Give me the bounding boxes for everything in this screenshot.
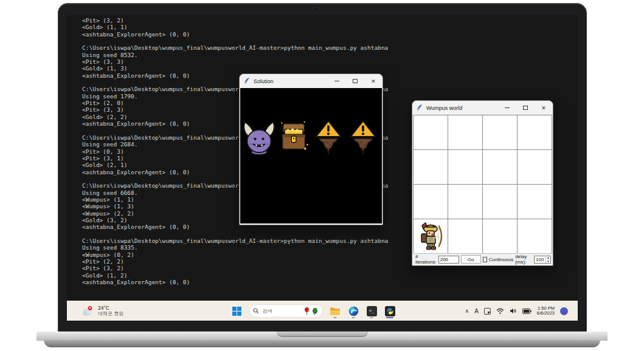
system-tray: ∧ A 1:50 PM [465,306,568,316]
python-app-icon[interactable] [383,304,396,318]
tray-date: 6/6/2023 [537,311,555,316]
solution-window[interactable]: Solution ✕ [239,73,383,225]
grid-cell [414,185,448,219]
pit-rock-sprite [311,118,345,158]
spinner-arrows-icon[interactable]: ▲▼ [545,256,550,263]
close-icon[interactable]: ✕ [535,101,553,115]
terminal-line: <Pit> (3, 2) [82,265,578,271]
start-button[interactable] [230,305,243,317]
desktop-screen: <Pit> (3, 2)<Gold> (1, 1)<ashtabna_Explo… [67,15,578,321]
python-tk-icon [417,104,423,111]
gold-chest-sprite [277,118,311,158]
weather-temperature: 24°C [98,305,123,311]
laptop-mockup: <Pit> (3, 2)<Gold> (1, 1)<ashtabna_Explo… [0,0,644,351]
maximize-icon[interactable] [516,101,535,115]
terminal-line: <Gold> (1, 1) [82,24,578,30]
python-tk-icon [244,78,250,84]
solution-window-title: Solution [254,78,274,84]
terminal-line: <Pit> (3, 3) [82,58,578,65]
ime-toolbar-icon[interactable] [484,308,491,315]
grid-cell [518,185,552,219]
grid-cell [414,115,448,150]
terminal-glyph: >_ [367,306,377,316]
taskbar: 24°C 대체로 흐림 [67,301,578,321]
python-glyph [385,306,395,316]
weather-condition: 대체로 흐림 [98,311,123,317]
solution-titlebar[interactable]: Solution ✕ [240,74,383,88]
windows-logo-icon [232,307,241,316]
search-icon [253,308,259,314]
wumpus-controls: # iterations: Go Continuous delay (ms): … [413,253,552,265]
minimize-icon[interactable] [498,101,516,115]
grid-cell [518,219,552,254]
grid-cell [518,115,552,150]
terminal-line: <Gold> (1, 3) [82,65,578,72]
tray-clock[interactable]: 1:50 PM 6/6/2023 [537,306,555,316]
grid-cell [414,150,448,185]
search-input[interactable] [262,308,297,314]
hidden-icons-chevron[interactable]: ∧ [465,308,469,314]
wifi-icon[interactable] [496,308,504,314]
terminal-line: Using seed 8532. [82,52,578,58]
grid-cell [448,115,483,150]
grid-cell [448,219,483,254]
terminal-line [82,38,578,44]
iterations-input[interactable] [438,256,459,264]
grid-cell [414,219,448,254]
wumpus-monster-sprite [242,118,276,158]
grid-cell [518,150,552,185]
file-explorer-icon[interactable] [328,304,342,318]
speaker-icon[interactable] [510,308,517,314]
command-prompt-icon[interactable]: >_ [365,304,378,318]
terminal-line: <ashtabna_ExplorerAgent> (0, 0) [82,31,578,38]
laptop-base-notch [277,332,368,337]
taskbar-search[interactable] [249,304,323,318]
solution-canvas [240,88,382,223]
grid-cell [448,150,483,185]
terminal-line: <ashtabna_ExplorerAgent> (0, 0) [82,279,578,285]
laptop-base-bottom [44,340,600,347]
wumpus-window-title: Wumpus world [426,105,462,111]
archer-agent-sprite [416,222,446,251]
continuous-checkbox[interactable] [483,257,487,262]
bird-icon [311,307,319,315]
wumpus-titlebar[interactable]: Wumpus world ✕ [412,101,553,115]
minimize-icon[interactable] [328,74,346,88]
grid-cell [483,185,518,219]
terminal-line: <Pit> (3, 2) [82,17,578,24]
delay-label: delay (ms): [515,254,532,265]
search-decoration-icons [303,307,319,315]
notification-badge[interactable] [560,307,568,315]
terminal-line: <Gold> (1, 2) [82,272,578,279]
delay-spinbox[interactable]: 100 ▲▼ [534,256,551,264]
grid-cell [483,150,518,185]
ime-mode-indicator[interactable]: A [474,308,479,315]
cloud-icon [81,305,95,316]
continuous-label: Continuous [489,257,513,262]
grid-cell [483,219,518,254]
iterations-label: # iterations: [415,254,437,265]
active-app-indicator [386,317,393,319]
grid-cell [448,185,483,219]
wumpus-world-window[interactable]: Wumpus world ✕ [412,100,553,266]
maximize-icon[interactable] [346,74,364,88]
delay-value: 100 [535,257,545,262]
battery-icon[interactable] [522,308,531,314]
terminal-line: C:\Users\iswpa\Desktop\wumpus_final\wump… [82,44,578,51]
go-button[interactable]: Go [461,255,481,264]
flower-icon [303,307,310,315]
pit-rock-sprite [346,118,380,158]
wumpus-grid [413,115,552,254]
edge-browser-icon[interactable] [347,304,360,318]
close-icon[interactable]: ✕ [364,74,383,88]
grid-cell [483,115,518,150]
weather-widget[interactable]: 24°C 대체로 흐림 [81,305,123,317]
webcam-dot [313,7,319,13]
